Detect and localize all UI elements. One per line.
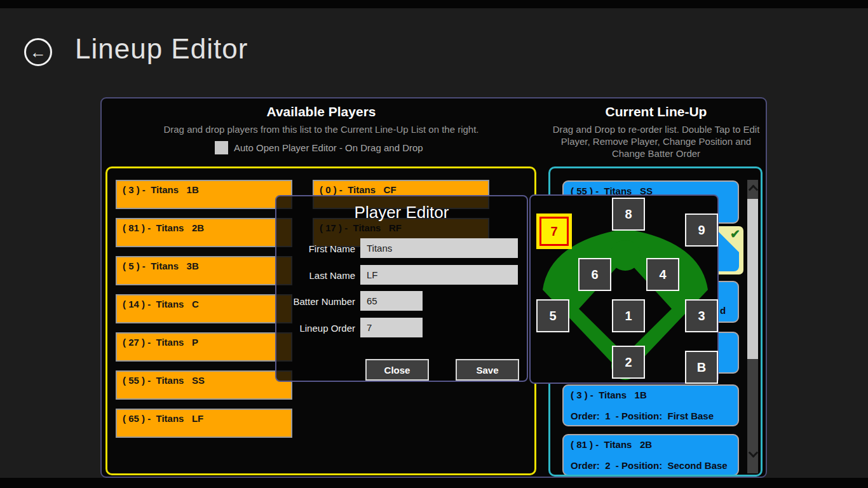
close-button[interactable]: Close [365, 359, 429, 381]
position-button-2[interactable]: 2 [612, 346, 645, 379]
player-editor-dialog: Player Editor First Name Last Name Batte… [275, 195, 528, 382]
lineup-editor-screen: ← Lineup Editor Available Players Drag a… [0, 0, 868, 488]
available-player-item[interactable]: ( 14 ) - Titans C [116, 294, 292, 323]
batter-number-label: Batter Number [276, 296, 355, 307]
back-button[interactable]: ← [24, 38, 52, 66]
last-name-label: Last Name [276, 270, 355, 281]
position-button-3[interactable]: 3 [685, 299, 718, 332]
lineup-scrollbar[interactable] [747, 180, 758, 473]
scroll-up-icon[interactable] [749, 185, 759, 195]
lineup-item-title: ( 3 ) - Titans 1B [571, 390, 731, 400]
player-editor-title: Player Editor [276, 203, 527, 222]
lineup-item-order: Order: 2 - Position: Second Base [571, 460, 731, 471]
page-title: Lineup Editor [75, 33, 456, 71]
available-player-item[interactable]: ( 65 ) - Titans LF [116, 409, 292, 438]
back-arrow-icon: ← [30, 44, 46, 60]
scrollbar-thumb[interactable] [747, 199, 758, 359]
top-letterbox-bar [0, 0, 868, 8]
lineup-order-label: Lineup Order [276, 323, 355, 334]
position-button-7[interactable]: 7 [539, 217, 569, 246]
position-button-8[interactable]: 8 [612, 198, 645, 231]
first-name-label: First Name [276, 243, 355, 254]
position-button-5[interactable]: 5 [536, 299, 569, 332]
current-lineup-title: Current Line-Up [546, 104, 766, 119]
position-button-B[interactable]: B [685, 351, 718, 384]
lineup-order-field[interactable] [360, 318, 423, 337]
first-name-field[interactable] [360, 238, 518, 258]
lineup-item-text-fragment: d [720, 305, 726, 316]
available-player-item[interactable]: ( 3 ) - Titans 1B [116, 180, 292, 209]
auto-open-checkbox-label: Auto Open Player Editor - On Drag and Dr… [234, 142, 488, 153]
position-button-6[interactable]: 6 [578, 258, 611, 291]
lineup-item[interactable]: ( 3 ) - Titans 1B Order: 1 - Position: F… [562, 384, 739, 426]
bottom-letterbox-bar [0, 478, 868, 488]
save-button[interactable]: Save [456, 359, 519, 381]
position-button-1[interactable]: 1 [612, 299, 645, 332]
available-player-item[interactable]: ( 81 ) - Titans 2B [116, 218, 292, 247]
position-button-4[interactable]: 4 [646, 258, 679, 291]
selected-check-icon: ✔ [730, 227, 740, 241]
available-players-subtitle: Drag and drop players from this list to … [105, 123, 537, 135]
auto-open-checkbox[interactable] [215, 141, 228, 154]
position-button-9[interactable]: 9 [685, 214, 718, 247]
available-player-item[interactable]: ( 5 ) - Titans 3B [116, 256, 292, 285]
lineup-item-order: Order: 1 - Position: First Base [571, 410, 731, 421]
scroll-down-icon[interactable] [749, 448, 759, 458]
last-name-field[interactable] [360, 265, 518, 285]
lineup-item-title: ( 81 ) - Titans 2B [571, 439, 731, 450]
lineup-item[interactable]: ( 81 ) - Titans 2B Order: 2 - Position: … [562, 434, 739, 476]
available-players-title: Available Players [105, 104, 537, 119]
batter-number-field[interactable] [360, 291, 423, 311]
available-player-item[interactable]: ( 27 ) - Titans P [116, 332, 292, 362]
current-lineup-subtitle: Drag and Drop to re-order list. Double T… [545, 123, 767, 159]
field-position-panel: 7 8 9 6 4 5 1 3 2 B [529, 194, 719, 384]
available-player-item[interactable]: ( 55 ) - Titans SS [116, 370, 292, 400]
